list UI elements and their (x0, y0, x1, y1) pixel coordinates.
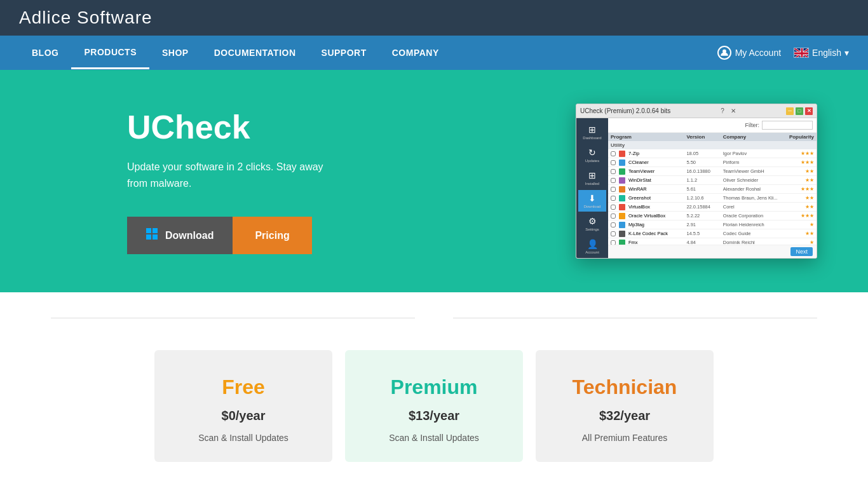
row-checkbox[interactable] (611, 160, 616, 165)
window-main: Filter: Program Version Company Populari… (608, 118, 817, 258)
table-scroll: Utility 7-Zip18.05Igor Pavlov★★★ CCleane… (608, 141, 817, 245)
logo-bar: Adlice Software (0, 0, 868, 36)
app-screenshot: UCheck (Premium) 2.0.0.64 bits ? ✕ ─ □ ✕… (576, 104, 817, 259)
download-button[interactable]: Download (127, 217, 233, 254)
row-checkbox[interactable] (611, 178, 616, 183)
col-company: Company (723, 134, 784, 140)
pricing-button[interactable]: Pricing (233, 217, 311, 254)
updates-icon: ↻ (588, 147, 596, 158)
plan-feature-free: Scan & Install Updates (173, 433, 313, 443)
table-row[interactable]: WinDirStat1.1.2Oliver Schneider★★ (608, 176, 817, 185)
row-checkbox[interactable] (611, 205, 616, 210)
pricing-card-free: Free $0/year Scan & Install Updates (154, 350, 332, 462)
table-row[interactable]: VirtualBox22.0.15884Corel★★ (608, 203, 817, 212)
sidebar-account[interactable]: 👤 Account (578, 236, 606, 257)
app-icon (619, 186, 625, 193)
help-button[interactable]: ? (719, 107, 726, 115)
app-icon (619, 168, 625, 175)
download-label: Download (165, 230, 214, 241)
col-popularity: Popularity (783, 134, 814, 140)
filter-label: Filter: (745, 122, 760, 128)
hero-content: UCheck Update your software in 2 clicks.… (127, 108, 369, 254)
row-checkbox[interactable] (611, 169, 616, 174)
table-row[interactable]: TeamViewer16.0.13880TeamViewer GmbH★★ (608, 167, 817, 176)
sidebar-updates[interactable]: ↻ Updates (578, 144, 606, 166)
row-checkbox[interactable] (611, 214, 616, 219)
sidebar-installed[interactable]: ⊞ Installed (578, 167, 606, 189)
app-icon (619, 195, 625, 201)
plan-feature-premium: Scan & Install Updates (364, 433, 504, 443)
app-icon (619, 159, 625, 166)
window-toolbar: Filter: (608, 118, 817, 133)
sidebar-account-label: Account (585, 250, 599, 254)
nav-products[interactable]: PRODUCTS (71, 37, 149, 69)
close-button[interactable]: ✕ (729, 107, 738, 115)
hero-section: UCheck Update your software in 2 clicks.… (0, 70, 868, 292)
account-label: My Account (735, 48, 781, 58)
table-row[interactable]: 7-Zip18.05Igor Pavlov★★★ (608, 149, 817, 158)
table-row[interactable]: Fmx4.84Dominik Reichl★ (608, 238, 817, 245)
nav-right: My Account English ▾ (717, 46, 849, 60)
minimize-button[interactable]: ─ (786, 107, 794, 115)
sidebar-updates-label: Updates (585, 159, 599, 163)
app-icon (619, 177, 625, 184)
sidebar-download[interactable]: ⬇ Download (578, 190, 606, 212)
divider-right (453, 318, 817, 318)
group-header-utility: Utility (608, 141, 817, 149)
window-body: ⊞ Dashboard ↻ Updates ⊞ Installed ⬇ Down… (576, 118, 817, 258)
app-icon (619, 213, 625, 219)
table-row[interactable]: Oracle VirtualBox5.2.22Oracle Corporatio… (608, 212, 817, 220)
nav-documentation[interactable]: DOCUMENTATION (201, 37, 309, 68)
nav-company[interactable]: COMPANY (379, 37, 452, 68)
close-window-button[interactable]: ✕ (805, 107, 813, 115)
pricing-label: Pricing (255, 230, 289, 241)
maximize-button[interactable]: □ (796, 107, 803, 115)
my-account-button[interactable]: My Account (717, 46, 781, 60)
plan-price-technician: $32/year (555, 409, 695, 423)
row-checkbox[interactable] (611, 222, 616, 227)
sidebar-settings[interactable]: ⚙ Settings (578, 213, 606, 234)
pricing-section: Free $0/year Scan & Install Updates Prem… (0, 292, 868, 488)
svg-rect-3 (153, 228, 158, 233)
filter-input[interactable] (762, 121, 813, 130)
table-row[interactable]: WinRAR5.61Alexander Roshal★★★ (608, 185, 817, 194)
window-title: UCheck (Premium) 2.0.0.64 bits (580, 107, 670, 114)
row-checkbox[interactable] (611, 240, 616, 245)
pricing-card-premium: Premium $13/year Scan & Install Updates (345, 350, 523, 462)
site-logo[interactable]: Adlice Software (19, 8, 153, 28)
table-row[interactable]: Mp3tag2.91Florian Heidenreich★ (608, 220, 817, 229)
table-row[interactable]: K-Lite Codec Pack14.5.5Codec Guide★★ (608, 229, 817, 238)
language-arrow: ▾ (844, 48, 849, 58)
screenshot-window: UCheck (Premium) 2.0.0.64 bits ? ✕ ─ □ ✕… (576, 104, 817, 259)
row-checkbox[interactable] (611, 196, 616, 201)
sidebar-settings-label: Settings (585, 227, 599, 231)
svg-rect-5 (153, 234, 158, 240)
row-checkbox[interactable] (611, 187, 616, 192)
window-titlebar: UCheck (Premium) 2.0.0.64 bits ? ✕ ─ □ ✕ (576, 104, 817, 118)
row-checkbox[interactable] (611, 151, 616, 156)
navigation-bar: BLOG PRODUCTS SHOP DOCUMENTATION SUPPORT… (0, 36, 868, 70)
app-icon (619, 231, 625, 237)
plan-name-technician: Technician (555, 376, 695, 399)
nav-blog[interactable]: BLOG (19, 37, 71, 68)
divider-left (51, 318, 415, 318)
plan-price-premium: $13/year (364, 409, 504, 423)
download-icon: ⬇ (588, 193, 596, 203)
dividers (51, 318, 817, 318)
row-checkbox[interactable] (611, 231, 616, 236)
window-footer: Next (608, 245, 817, 258)
pricing-cards: Free $0/year Scan & Install Updates Prem… (51, 350, 817, 462)
nav-support[interactable]: SUPPORT (309, 37, 379, 68)
sidebar-dashboard[interactable]: ⊞ Dashboard (578, 121, 606, 143)
language-selector[interactable]: English ▾ (794, 48, 849, 58)
nav-links: BLOG PRODUCTS SHOP DOCUMENTATION SUPPORT… (19, 37, 717, 69)
hero-title: UCheck (127, 108, 369, 146)
table-row[interactable]: CCleaner5.50Piriform★★★ (608, 158, 817, 167)
sidebar-installed-label: Installed (585, 182, 599, 186)
table-row[interactable]: Greenshot1.2.10.6Thomas Braun, Jens Kli.… (608, 194, 817, 203)
table-header: Program Version Company Popularity (608, 133, 817, 141)
nav-shop[interactable]: SHOP (149, 37, 201, 68)
sidebar-download-label: Download (584, 205, 601, 208)
window-controls: ─ □ ✕ (786, 107, 813, 115)
next-button[interactable]: Next (790, 247, 813, 256)
